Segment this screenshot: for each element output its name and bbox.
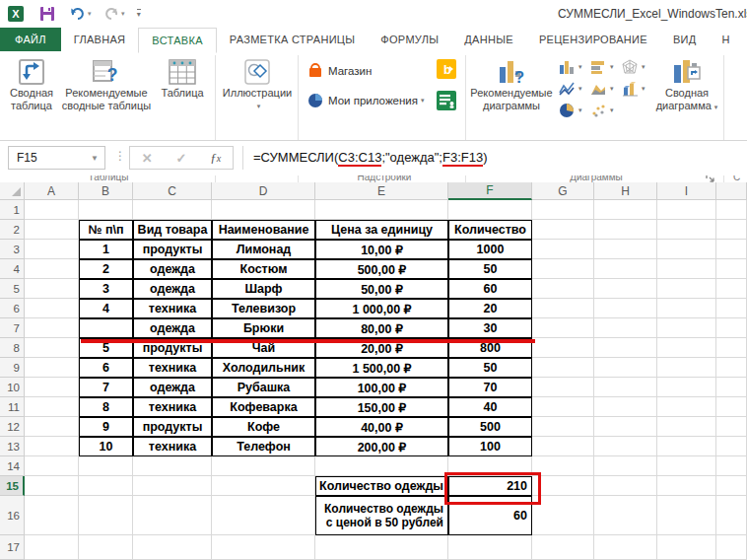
- cell-D14[interactable]: [212, 456, 315, 476]
- column-header-D[interactable]: D: [212, 182, 315, 200]
- insert-function-icon[interactable]: ƒx: [210, 150, 221, 166]
- insert-line-chart-button[interactable]: ▾: [559, 81, 582, 97]
- cell-F2[interactable]: Количество: [448, 220, 532, 240]
- cell-C2[interactable]: Вид товара: [133, 220, 212, 240]
- cell-H12[interactable]: [594, 417, 657, 437]
- cell-C4[interactable]: одежда: [133, 259, 212, 279]
- cell-G17[interactable]: [532, 535, 594, 560]
- tab-вид[interactable]: ВИД: [660, 28, 710, 51]
- my-apps-caret-icon[interactable]: ▾: [421, 97, 425, 105]
- column-header-C[interactable]: C: [133, 182, 212, 200]
- cell-A7[interactable]: [25, 318, 79, 338]
- cell-F5[interactable]: 60: [448, 279, 532, 299]
- cell-I6[interactable]: [657, 299, 716, 318]
- cell-I17[interactable]: [657, 535, 716, 560]
- column-header-H[interactable]: H: [594, 182, 657, 200]
- insert-area-chart-button[interactable]: ▾: [590, 81, 614, 97]
- column-header-G[interactable]: G: [532, 182, 594, 200]
- cell-C6[interactable]: техника: [133, 299, 212, 318]
- formula-input[interactable]: =СУММЕСЛИ(C3:C13;"одежда";F3:F13): [253, 146, 488, 170]
- cell-D15[interactable]: [212, 476, 315, 496]
- cell-F4[interactable]: 50: [448, 259, 532, 279]
- store-button[interactable]: Магазин: [307, 63, 372, 79]
- cell-D11[interactable]: Кофеварка: [212, 397, 315, 417]
- cell-J15[interactable]: [716, 476, 747, 496]
- cell-E2[interactable]: Цена за единицу: [315, 220, 448, 240]
- save-button[interactable]: [39, 2, 55, 26]
- cell-E6[interactable]: 1 000,00 ₽: [315, 299, 448, 318]
- tab-рецензирование[interactable]: РЕЦЕНЗИРОВАНИЕ: [526, 28, 660, 51]
- cell-E13[interactable]: 200,00 ₽: [315, 437, 448, 456]
- cell-B7[interactable]: [79, 318, 133, 338]
- cell-D9[interactable]: Холодильник: [212, 358, 315, 378]
- table-button[interactable]: Таблица: [156, 57, 209, 100]
- recommended-pivot-tables-button[interactable]: ? Рекомендуемые сводные таблицы: [59, 57, 154, 112]
- row-header-12[interactable]: 12: [0, 417, 25, 437]
- cell-B10[interactable]: 7: [79, 378, 133, 397]
- cell-I1[interactable]: [657, 200, 716, 220]
- cell-C15[interactable]: [133, 476, 212, 496]
- cell-H14[interactable]: [594, 456, 657, 476]
- cell-I4[interactable]: [657, 259, 716, 279]
- cell-B5[interactable]: 3: [79, 279, 133, 299]
- cell-C3[interactable]: продукты: [133, 240, 212, 259]
- pivot-chart-button[interactable]: Сводная диаграмма▾: [654, 57, 719, 113]
- cell-C16[interactable]: [133, 496, 212, 535]
- cell-E16[interactable]: Количество одежды с ценой в 50 рублей: [315, 496, 448, 535]
- cell-G6[interactable]: [532, 299, 594, 318]
- insert-radar-chart-button[interactable]: ▾: [622, 59, 645, 75]
- tab-данные[interactable]: ДАННЫЕ: [451, 28, 526, 51]
- cell-J10[interactable]: [716, 378, 747, 397]
- column-header-B[interactable]: B: [79, 182, 133, 200]
- cell-A14[interactable]: [25, 456, 79, 476]
- pivot-table-button[interactable]: Сводная таблица: [6, 57, 57, 112]
- cell-J5[interactable]: [716, 279, 747, 299]
- cell-A15[interactable]: [25, 476, 79, 496]
- cell-D6[interactable]: Телевизор: [212, 299, 315, 318]
- cell-I12[interactable]: [657, 417, 716, 437]
- insert-column-chart-button[interactable]: ▾: [559, 59, 582, 75]
- cell-B12[interactable]: 9: [79, 417, 133, 437]
- cell-F13[interactable]: 100: [448, 437, 532, 456]
- cell-A16[interactable]: [25, 496, 79, 535]
- cell-G10[interactable]: [532, 378, 594, 397]
- cell-H5[interactable]: [594, 279, 657, 299]
- cell-D10[interactable]: Рубашка: [212, 378, 315, 397]
- cell-H16[interactable]: [594, 496, 657, 535]
- cell-C5[interactable]: одежда: [133, 279, 212, 299]
- insert-scatter-chart-button[interactable]: ▾: [590, 103, 614, 118]
- row-header-6[interactable]: 6: [0, 299, 25, 318]
- cell-I2[interactable]: [657, 220, 716, 240]
- cell-H10[interactable]: [594, 378, 657, 397]
- cell-G16[interactable]: [532, 496, 594, 535]
- cell-H6[interactable]: [594, 299, 657, 318]
- cell-I11[interactable]: [657, 397, 716, 417]
- cell-H17[interactable]: [594, 535, 657, 560]
- cell-A5[interactable]: [25, 279, 79, 299]
- bing-maps-button[interactable]: b: [437, 59, 456, 83]
- cell-F17[interactable]: [448, 535, 532, 560]
- cell-C9[interactable]: техника: [133, 358, 212, 378]
- cell-B15[interactable]: [79, 476, 133, 496]
- cell-J14[interactable]: [716, 456, 747, 476]
- cell-E11[interactable]: 150,00 ₽: [315, 397, 448, 417]
- row-header-5[interactable]: 5: [0, 279, 25, 299]
- cell-G12[interactable]: [532, 417, 594, 437]
- cell-B14[interactable]: [79, 456, 133, 476]
- cell-E14[interactable]: [315, 456, 448, 476]
- cell-I9[interactable]: [657, 358, 716, 378]
- cell-A10[interactable]: [25, 378, 79, 397]
- cell-C10[interactable]: одежда: [133, 378, 212, 397]
- cell-F10[interactable]: 70: [448, 378, 532, 397]
- cell-E10[interactable]: 100,00 ₽: [315, 378, 448, 397]
- cell-A12[interactable]: [25, 417, 79, 437]
- cell-H8[interactable]: [594, 338, 657, 358]
- redo-button[interactable]: ▾: [103, 2, 125, 26]
- tab-вставка[interactable]: ВСТАВКА: [138, 28, 216, 53]
- cell-H11[interactable]: [594, 397, 657, 417]
- cell-C13[interactable]: техника: [133, 437, 212, 456]
- cell-E9[interactable]: 1 500,00 ₽: [315, 358, 448, 378]
- cell-J9[interactable]: [716, 358, 747, 378]
- cell-B9[interactable]: 6: [79, 358, 133, 378]
- cell-G2[interactable]: [532, 220, 594, 240]
